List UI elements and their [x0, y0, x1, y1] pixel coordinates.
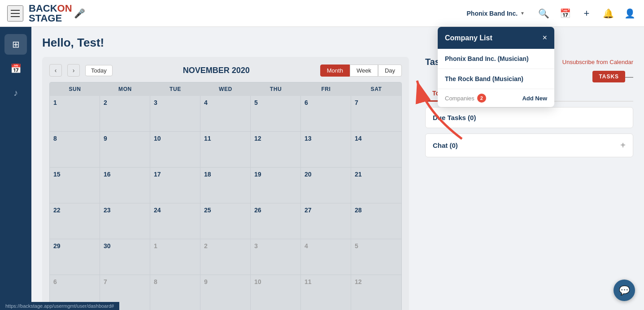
table-row[interactable]: 9 — [100, 132, 150, 168]
logo-stage: STAGE — [29, 13, 62, 24]
table-row[interactable]: 11 — [200, 132, 251, 168]
calendar-nav: ‹ › Today NOVEMBER 2020 Month Week Day — [49, 64, 402, 77]
table-row[interactable]: 17 — [150, 168, 200, 203]
chat-widget-icon: 💬 — [619, 285, 630, 296]
bell-icon[interactable]: 🔔 — [601, 6, 615, 21]
today-button[interactable]: Today — [85, 65, 113, 76]
popup-footer: Companies 2 Add New — [438, 89, 554, 107]
calendar-title: NOVEMBER 2020 — [118, 66, 315, 75]
popup-close-button[interactable]: × — [542, 33, 547, 43]
table-row[interactable]: 5 — [351, 239, 401, 275]
table-row[interactable]: 16 — [100, 168, 150, 203]
table-row[interactable]: 13 — [301, 132, 351, 168]
hamburger-button[interactable] — [7, 5, 23, 22]
table-row[interactable]: 2 — [200, 239, 251, 275]
table-row[interactable]: 1 — [150, 239, 200, 275]
table-row[interactable]: 15 — [50, 168, 100, 203]
view-buttons: Month Week Day — [320, 65, 402, 77]
table-row[interactable]: 27 — [301, 203, 351, 239]
company-item-1[interactable]: Phonix Band Inc. (Musician) — [438, 49, 554, 69]
table-row[interactable]: 29 — [50, 239, 100, 275]
table-row[interactable]: 7 — [351, 96, 401, 132]
table-row[interactable]: 20 — [301, 168, 351, 203]
calendar-sidebar-icon: 📅 — [10, 63, 22, 74]
table-row[interactable]: 3 — [251, 239, 301, 275]
dashboard-icon: ⊞ — [12, 39, 20, 50]
table-row[interactable]: 23 — [100, 203, 150, 239]
table-row[interactable]: 5 — [251, 96, 301, 132]
user-icon[interactable]: 👤 — [622, 6, 637, 21]
company-item-2[interactable]: The Rock Band (Musician) — [438, 69, 554, 89]
table-row[interactable]: 4 — [301, 239, 351, 275]
table-row[interactable]: 1 — [50, 96, 100, 132]
popup-header: Company List × — [438, 27, 554, 49]
calendar-body: 1234567891011121314151617181920212223242… — [50, 96, 401, 310]
header: BACKON STAGE 🎤 Phonix Band Inc. ▼ 🔍 📅 + … — [0, 0, 644, 27]
task-minus-button[interactable]: — — [625, 72, 633, 82]
company-list-popup: Company List × Phonix Band Inc. (Musicia… — [438, 27, 554, 107]
add-new-link[interactable]: Add New — [522, 95, 547, 102]
month-view-button[interactable]: Month — [320, 65, 350, 77]
logo: BACKON STAGE 🎤 — [29, 4, 85, 23]
caret-icon: ▼ — [520, 11, 525, 16]
next-button[interactable]: › — [67, 64, 80, 77]
tasks-button[interactable]: TASKS — [592, 71, 625, 82]
companies-badge[interactable]: Companies 2 — [445, 94, 486, 103]
table-row[interactable]: 12 — [351, 275, 401, 310]
table-row[interactable]: 8 — [150, 275, 200, 310]
table-row[interactable]: 22 — [50, 203, 100, 239]
due-tasks-title: Due Tasks (0) — [433, 114, 476, 121]
search-icon[interactable]: 🔍 — [536, 6, 551, 21]
table-row[interactable]: 12 — [251, 132, 301, 168]
calendar-container: ‹ › Today NOVEMBER 2020 Month Week Day S… — [42, 57, 409, 310]
table-row[interactable]: 11 — [301, 275, 351, 310]
sidebar-item-music[interactable]: ♪ — [4, 82, 27, 103]
table-row[interactable]: 18 — [200, 168, 251, 203]
table-row[interactable]: 25 — [200, 203, 251, 239]
table-row[interactable]: 2 — [100, 96, 150, 132]
table-row[interactable]: 21 — [351, 168, 401, 203]
table-row[interactable]: 30 — [100, 239, 150, 275]
calendar-icon[interactable]: 📅 — [558, 6, 572, 21]
header-sat: SAT — [351, 82, 401, 96]
table-row[interactable]: 26 — [251, 203, 301, 239]
table-row[interactable]: 3 — [150, 96, 200, 132]
sidebar-item-dashboard[interactable]: ⊞ — [4, 34, 27, 55]
calendar-grid: SUN MON TUE WED THU FRI SAT 123456789101… — [49, 82, 402, 310]
status-url: https://backstage.app/usermgmt/user/dash… — [5, 303, 114, 309]
header-fri: FRI — [301, 82, 351, 96]
due-tasks-section: Due Tasks (0) — [425, 107, 633, 128]
companies-label: Companies — [445, 95, 474, 102]
table-row[interactable]: 24 — [150, 203, 200, 239]
table-row[interactable]: 10 — [150, 132, 200, 168]
popup-title: Company List — [445, 34, 492, 42]
unsubscribe-link[interactable]: Unsubscribe from Calendar — [562, 59, 633, 65]
table-row[interactable]: 6 — [301, 96, 351, 132]
sidebar-item-calendar[interactable]: 📅 — [4, 58, 27, 79]
header-wed: WED — [200, 82, 251, 96]
table-row[interactable]: 9 — [200, 275, 251, 310]
chat-add-button[interactable]: + — [620, 140, 626, 151]
header-mon: MON — [100, 82, 150, 96]
calendar-header: SUN MON TUE WED THU FRI SAT — [50, 82, 401, 96]
header-tue: TUE — [150, 82, 200, 96]
company-name: Phonix Band Inc. — [467, 10, 518, 17]
table-row[interactable]: 4 — [200, 96, 251, 132]
table-row[interactable]: 8 — [50, 132, 100, 168]
badge-count: 2 — [477, 94, 486, 103]
header-right: Phonix Band Inc. ▼ 🔍 📅 + 🔔 👤 — [462, 6, 637, 21]
table-row[interactable]: 19 — [251, 168, 301, 203]
prev-button[interactable]: ‹ — [49, 64, 62, 77]
company-selector[interactable]: Phonix Band Inc. ▼ — [462, 7, 529, 20]
header-sun: SUN — [50, 82, 100, 96]
chat-section: Chat (0) + — [425, 133, 633, 157]
day-view-button[interactable]: Day — [378, 65, 402, 77]
week-view-button[interactable]: Week — [350, 65, 378, 77]
table-row[interactable]: 14 — [351, 132, 401, 168]
music-icon: ♪ — [13, 88, 18, 98]
logo-icon: 🎤 — [74, 8, 85, 19]
table-row[interactable]: 28 — [351, 203, 401, 239]
chat-widget[interactable]: 💬 — [614, 280, 635, 301]
add-icon[interactable]: + — [579, 6, 594, 21]
table-row[interactable]: 10 — [251, 275, 301, 310]
